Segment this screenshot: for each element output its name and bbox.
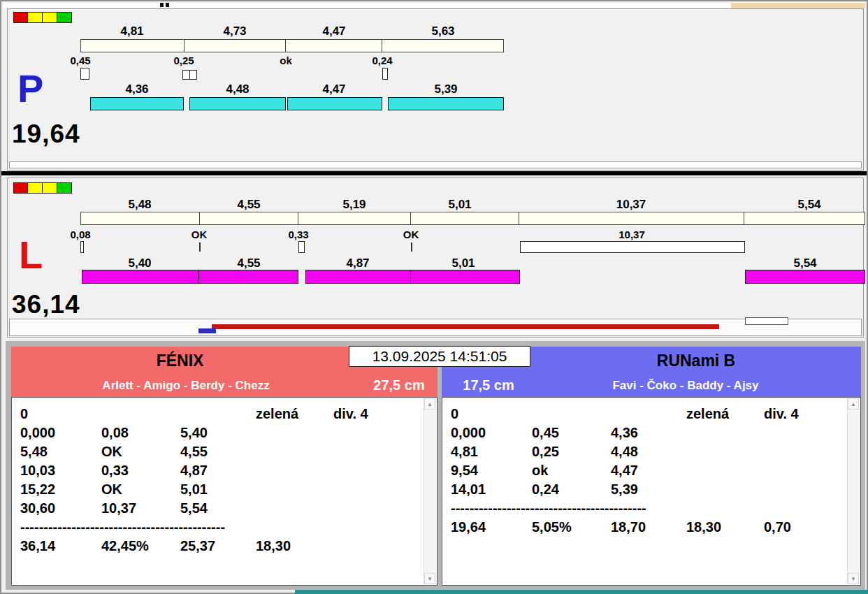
segment-tick (199, 242, 201, 252)
scroll-up-button[interactable]: ▲ (424, 398, 435, 410)
clean-time-label: 5,01 (451, 256, 475, 270)
cell: 42,45% (101, 538, 149, 554)
dashes: ----------------------------------------… (451, 500, 646, 516)
clean-segment-bar (287, 97, 382, 110)
result-row: 0,000 0,45 4,36 (451, 425, 845, 443)
cell: 5,54 (180, 500, 208, 516)
fault-label: 0,45 (70, 55, 90, 66)
red-indicator-button[interactable] (13, 182, 28, 194)
fault-indicator-buttons (13, 12, 72, 23)
clean-time-label: 4,47 (322, 82, 345, 96)
jump-height: 17,5 cm (450, 377, 527, 393)
dog-names: Favi - Čoko - Baddy - Ajsy (512, 379, 860, 393)
fault-label: 10,37 (619, 229, 645, 240)
cell: 15,22 (20, 481, 55, 498)
clean-time-label: 4,87 (346, 256, 369, 270)
progress-target-box (745, 317, 788, 325)
run-segment (81, 212, 200, 224)
run-time-label: 4,81 (120, 24, 143, 38)
cell: 0,25 (532, 444, 559, 460)
run-segment (411, 212, 519, 224)
result-row: 9,54 ok 4,47 (451, 463, 845, 481)
fault-time-box (298, 241, 305, 253)
fault-label: ok (280, 55, 292, 66)
cell: 10,37 (101, 500, 136, 516)
titlebar (3, 3, 865, 8)
cell: 0,70 (764, 519, 791, 535)
divider-row: ----------------------------------------… (451, 500, 845, 519)
result-row: 10,03 0,33 4,87 (20, 463, 421, 481)
results-list-right: 0 zelená div. 4 0,000 0,45 4,36 4,81 0,2… (442, 397, 861, 586)
clean-segment-bar (305, 270, 411, 284)
titlebar-glyph (166, 3, 169, 7)
cell: div. 4 (333, 406, 368, 422)
result-row: 4,81 0,25 4,48 (451, 444, 845, 462)
yellow-indicator-button[interactable] (43, 12, 57, 23)
cell: 5,39 (611, 481, 638, 498)
cell: 0 (20, 406, 28, 422)
run-segment (81, 40, 185, 52)
fault-label: OK (191, 229, 208, 240)
yellow-indicator-button[interactable] (28, 12, 43, 23)
cell: 4,47 (611, 463, 638, 479)
cell: 4,87 (180, 463, 208, 479)
dog-names: Arlett - Amigo - Berdy - Chezz (11, 379, 361, 393)
cell: 14,01 (451, 481, 486, 498)
fault-time-box (80, 68, 89, 80)
scroll-down-button[interactable]: ▼ (848, 573, 859, 584)
red-indicator-button[interactable] (13, 12, 28, 23)
scrollbar[interactable]: ▲ ▼ (847, 398, 860, 584)
clean-time-label: 4,48 (226, 82, 249, 96)
scrollbar[interactable]: ▲ ▼ (424, 398, 436, 584)
scroll-up-button[interactable]: ▲ (848, 398, 859, 410)
titlebar-right-area (731, 3, 865, 8)
progress-strip-p (9, 161, 862, 168)
run-segment (200, 212, 298, 224)
run-time-label: 5,19 (342, 198, 366, 212)
app-window: 4,81 4,73 4,47 5,63 0,45 0,25 ok 0,24 4,… (0, 0, 868, 594)
results-section: FÉNIX Arlett - Amigo - Berdy - Chezz 27,… (6, 341, 865, 590)
cell: 0,08 (101, 425, 129, 441)
clean-segment-bar (189, 97, 286, 110)
result-row: 0 zelená div. 4 (451, 406, 845, 424)
summary-row: 19,64 5,05% 18,70 18,30 0,70 (451, 519, 845, 537)
result-row: 5,48 OK 4,55 (20, 444, 421, 462)
green-indicator-button[interactable] (57, 182, 72, 194)
cell: 18,30 (256, 538, 291, 554)
yellow-indicator-button[interactable] (28, 182, 43, 194)
clean-segment-bar (90, 97, 184, 110)
result-row: 14,01 0,24 5,39 (451, 481, 845, 500)
scroll-down-button[interactable]: ▼ (424, 573, 435, 584)
fault-label: 0,33 (288, 229, 308, 240)
cell: 4,48 (611, 444, 638, 460)
cell: 5,01 (180, 481, 208, 498)
fault-time-box (189, 70, 197, 80)
date-time: 13.09.2025 14:51:05 (349, 346, 530, 367)
yellow-indicator-button[interactable] (43, 182, 57, 194)
progress-marker (198, 328, 216, 333)
results-list-left: 0 zelená div. 4 0,000 0,08 5,40 5,48 OK (11, 397, 437, 586)
cell: 36,14 (20, 538, 55, 554)
cell: 18,30 (686, 519, 721, 535)
fault-label: 0,24 (372, 55, 392, 66)
cell: 9,54 (451, 463, 478, 479)
cell: 4,81 (451, 444, 478, 460)
cell: 0,24 (532, 481, 559, 498)
cell: ok (532, 463, 548, 479)
result-row: 0 zelená div. 4 (20, 406, 421, 424)
clean-segment-bar (198, 270, 298, 284)
run-segment (519, 212, 744, 224)
bottom-edge-bar (295, 590, 868, 594)
clean-segment-bar (82, 270, 199, 284)
green-indicator-button[interactable] (57, 12, 72, 23)
cell: OK (101, 444, 122, 460)
cell: 10,03 (20, 463, 55, 479)
run-time-label: 5,54 (797, 198, 820, 212)
titlebar-glyph (160, 3, 164, 7)
fault-label: OK (403, 229, 419, 240)
dashes: ----------------------------------------… (20, 519, 225, 535)
long-fault-bar (520, 241, 745, 253)
clean-time-label: 5,39 (434, 82, 457, 96)
cell: 5,40 (180, 425, 208, 441)
cell: 0,45 (532, 425, 559, 441)
